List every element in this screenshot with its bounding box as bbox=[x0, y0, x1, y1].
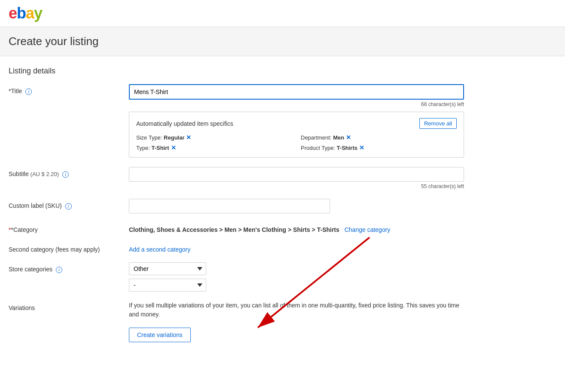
subtitle-price: (AU $ 2.20) bbox=[31, 171, 59, 177]
add-second-category-link[interactable]: Add a second category bbox=[129, 243, 190, 253]
specific-type: Type: T-Shirt✕ bbox=[136, 144, 292, 151]
subtitle-info-icon[interactable]: i bbox=[62, 171, 69, 178]
specific-department-value: Men bbox=[333, 134, 344, 141]
custom-label-info-icon[interactable]: i bbox=[65, 203, 72, 210]
title-input[interactable] bbox=[129, 84, 464, 100]
second-category-label: Second category (fees may apply) bbox=[9, 243, 129, 253]
title-row: *Title i 68 character(s) left Automatica… bbox=[9, 84, 464, 158]
title-required: *Title bbox=[9, 88, 22, 94]
logo-a: a bbox=[26, 4, 34, 22]
specifics-box: Automatically updated item specifics Rem… bbox=[129, 112, 464, 158]
category-field: Clothing, Shoes & Accessories > Men > Me… bbox=[129, 223, 464, 233]
subtitle-char-count: 55 character(s) left bbox=[129, 183, 464, 189]
subtitle-input[interactable] bbox=[129, 167, 464, 182]
category-label-text: *Category bbox=[11, 226, 37, 233]
title-field: 68 character(s) left Automatically updat… bbox=[129, 84, 464, 158]
section-title: Listing details bbox=[9, 67, 464, 76]
remove-all-button[interactable]: Remove all bbox=[419, 118, 457, 129]
store-categories-row: Store categories i Other - bbox=[9, 262, 464, 292]
specific-product-type: Product Type: T-Shirts✕ bbox=[301, 144, 457, 151]
subtitle-label: Subtitle (AU $ 2.20) i bbox=[9, 167, 129, 178]
specific-type-value: T-Shirt bbox=[151, 145, 169, 151]
second-category-field: Add a second category bbox=[129, 243, 464, 253]
specific-department: Department: Men✕ bbox=[301, 134, 457, 141]
specific-type-key: Type: bbox=[136, 145, 151, 151]
create-variations-button[interactable]: Create variations bbox=[129, 328, 191, 342]
variations-label: Variations bbox=[9, 301, 129, 311]
specific-product-type-remove[interactable]: ✕ bbox=[359, 144, 364, 151]
second-category-note: (fees may apply) bbox=[55, 246, 100, 253]
logo-e: e bbox=[9, 4, 17, 22]
specific-type-remove[interactable]: ✕ bbox=[171, 144, 176, 151]
logo-b: b bbox=[17, 4, 26, 22]
store-category-dropdown-1[interactable]: Other bbox=[129, 262, 206, 275]
specific-size-type-key: Size Type: bbox=[136, 134, 164, 141]
category-row: **Category Clothing, Shoes & Accessories… bbox=[9, 223, 464, 233]
store-categories-info-icon[interactable]: i bbox=[56, 267, 62, 273]
specific-product-type-value: T-Shirts bbox=[337, 145, 357, 151]
second-category-label-text: Second category bbox=[9, 246, 54, 253]
custom-label-text: Custom label bbox=[9, 202, 44, 209]
custom-label-row: Custom label (SKU) i bbox=[9, 199, 464, 213]
change-category-link[interactable]: Change category bbox=[345, 226, 391, 233]
ebay-logo: ebay bbox=[9, 4, 556, 22]
store-categories-label-text: Store categories bbox=[9, 266, 52, 273]
specific-product-type-key: Product Type: bbox=[301, 145, 337, 151]
header: ebay bbox=[0, 0, 565, 27]
second-category-row: Second category (fees may apply) Add a s… bbox=[9, 243, 464, 253]
page-title: Create your listing bbox=[9, 35, 556, 48]
specifics-header: Automatically updated item specifics Rem… bbox=[136, 118, 457, 129]
main-content: Listing details *Title i 68 character(s)… bbox=[0, 56, 473, 362]
title-label: *Title i bbox=[9, 84, 129, 95]
variations-row: Variations If you sell multiple variatio… bbox=[9, 301, 464, 342]
subtitle-row: Subtitle (AU $ 2.20) i 55 character(s) l… bbox=[9, 167, 464, 189]
store-category-dropdown-2[interactable]: - bbox=[129, 279, 206, 292]
title-info-icon[interactable]: i bbox=[25, 88, 32, 95]
category-path: Clothing, Shoes & Accessories > Men > Me… bbox=[129, 226, 339, 233]
specifics-title: Automatically updated item specifics bbox=[136, 120, 233, 127]
page-title-bar: Create your listing bbox=[0, 27, 565, 56]
store-categories-field: Other - bbox=[129, 262, 464, 292]
specific-department-key: Department: bbox=[301, 134, 333, 141]
custom-label-sku: (SKU) bbox=[46, 202, 62, 209]
subtitle-field: 55 character(s) left bbox=[129, 167, 464, 189]
store-categories-label: Store categories i bbox=[9, 262, 129, 273]
custom-label-input[interactable] bbox=[129, 199, 330, 213]
variations-label-text: Variations bbox=[9, 304, 35, 311]
specific-department-remove[interactable]: ✕ bbox=[346, 134, 351, 141]
custom-label-label: Custom label (SKU) i bbox=[9, 199, 129, 210]
custom-label-field bbox=[129, 199, 464, 213]
logo-y: y bbox=[34, 4, 42, 22]
category-label: **Category bbox=[9, 223, 129, 233]
variations-description: If you sell multiple variations of your … bbox=[129, 301, 464, 319]
specific-size-type-remove[interactable]: ✕ bbox=[186, 134, 191, 141]
subtitle-label-text: Subtitle bbox=[9, 170, 29, 177]
specifics-grid: Size Type: Regular✕ Department: Men✕ Typ… bbox=[136, 134, 457, 151]
specific-size-type: Size Type: Regular✕ bbox=[136, 134, 292, 141]
title-char-count: 68 character(s) left bbox=[129, 101, 464, 107]
variations-field: If you sell multiple variations of your … bbox=[129, 301, 464, 342]
specific-size-type-value: Regular bbox=[164, 134, 184, 141]
